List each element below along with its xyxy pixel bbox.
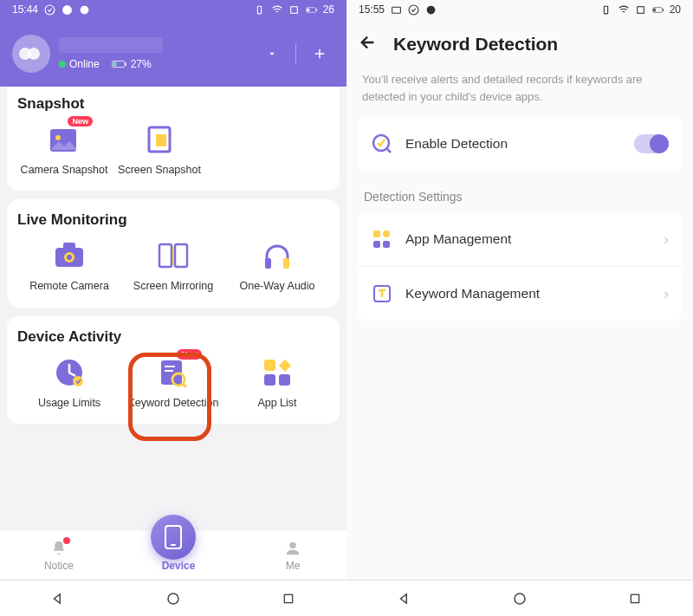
add-button[interactable] bbox=[305, 39, 334, 68]
svg-rect-31 bbox=[264, 374, 275, 386]
keyword-detection-item[interactable]: New Keyword Detection bbox=[121, 354, 225, 410]
svg-rect-45 bbox=[653, 8, 655, 11]
keyword-management-icon bbox=[371, 282, 393, 305]
recent-button[interactable] bbox=[262, 586, 314, 612]
app-list-item[interactable]: App List bbox=[225, 354, 329, 410]
vibrate-icon bbox=[254, 3, 266, 16]
screen-mirroring-icon bbox=[155, 237, 191, 274]
enable-detection-row[interactable]: Enable Detection bbox=[357, 117, 683, 171]
svg-rect-20 bbox=[175, 244, 187, 267]
screen-snapshot-icon bbox=[141, 121, 178, 158]
status-battery-pct: 26 bbox=[323, 3, 334, 16]
enable-toggle[interactable] bbox=[634, 134, 669, 153]
status-bar: 15:55 20 bbox=[346, 0, 693, 19]
chevron-right-icon: › bbox=[664, 285, 669, 303]
svg-rect-34 bbox=[171, 544, 176, 546]
status-bar: 15:44 26 bbox=[0, 0, 346, 19]
snapshot-card: Snapshot New Camera Snapshot Screen Snap… bbox=[7, 87, 340, 191]
svg-point-39 bbox=[409, 5, 418, 15]
device-battery: 27% bbox=[112, 58, 152, 70]
home-button[interactable] bbox=[147, 586, 199, 612]
back-button[interactable] bbox=[359, 33, 378, 55]
dropdown-button[interactable] bbox=[257, 39, 287, 68]
chevron-right-icon: › bbox=[664, 230, 669, 249]
page-title: Keyword Detection bbox=[393, 34, 558, 55]
settings-card: App Management › Keyword Management › bbox=[357, 212, 683, 321]
android-navbar bbox=[346, 580, 693, 616]
live-monitoring-card: Live Monitoring Remote Camera Screen Mir… bbox=[7, 199, 340, 307]
svg-rect-4 bbox=[291, 6, 298, 13]
detection-icon bbox=[371, 133, 393, 155]
battery-icon bbox=[652, 3, 664, 16]
keyword-management-row[interactable]: Keyword Management › bbox=[357, 266, 683, 321]
checkmark-icon bbox=[407, 3, 419, 16]
snapshot-title: Snapshot bbox=[17, 95, 329, 113]
svg-rect-37 bbox=[285, 594, 293, 602]
status-time: 15:44 bbox=[12, 3, 38, 16]
checkmark-icon bbox=[43, 3, 55, 16]
svg-point-35 bbox=[289, 541, 295, 548]
recent-button[interactable] bbox=[609, 586, 661, 612]
back-button[interactable] bbox=[32, 586, 84, 612]
svg-rect-30 bbox=[264, 360, 275, 371]
back-button[interactable] bbox=[379, 586, 431, 612]
avatar[interactable] bbox=[12, 35, 50, 73]
battery-icon bbox=[306, 3, 318, 16]
svg-rect-16 bbox=[63, 243, 75, 250]
status-battery-pct: 20 bbox=[670, 3, 681, 16]
svg-point-1 bbox=[62, 5, 72, 15]
svg-rect-41 bbox=[604, 6, 607, 14]
remote-camera-item[interactable]: Remote Camera bbox=[17, 237, 121, 293]
usage-limits-item[interactable]: Usage Limits bbox=[17, 354, 121, 410]
profile-name-placeholder bbox=[59, 37, 163, 53]
svg-rect-50 bbox=[383, 241, 390, 248]
svg-point-12 bbox=[55, 135, 61, 140]
vibrate-icon bbox=[600, 3, 612, 16]
svg-rect-9 bbox=[125, 62, 126, 66]
svg-point-48 bbox=[383, 230, 390, 237]
svg-point-52 bbox=[515, 593, 525, 604]
tab-me[interactable]: Me bbox=[283, 539, 302, 572]
svg-point-0 bbox=[45, 5, 55, 15]
bottom-tabs: Notice Device Me bbox=[0, 529, 346, 580]
wifi-icon bbox=[618, 3, 630, 16]
wifi-icon bbox=[271, 3, 283, 16]
svg-rect-14 bbox=[156, 134, 166, 146]
new-badge: New bbox=[177, 349, 202, 360]
svg-rect-7 bbox=[307, 8, 309, 11]
page-description: You'll receive alerts and detailed recor… bbox=[346, 64, 693, 117]
svg-rect-38 bbox=[392, 7, 400, 13]
svg-rect-44 bbox=[663, 9, 664, 11]
camera-snapshot-item[interactable]: New Camera Snapshot bbox=[17, 121, 111, 177]
svg-rect-27 bbox=[165, 366, 175, 367]
globe-icon bbox=[424, 3, 437, 16]
svg-rect-3 bbox=[257, 6, 261, 14]
app-management-row[interactable]: App Management › bbox=[357, 212, 683, 266]
rect-icon bbox=[635, 3, 647, 16]
usage-limits-icon bbox=[51, 354, 87, 391]
back-arrow-icon bbox=[359, 33, 378, 52]
status-time: 15:55 bbox=[359, 3, 385, 16]
svg-point-40 bbox=[426, 5, 435, 14]
one-way-audio-item[interactable]: One-Way Audio bbox=[225, 237, 329, 293]
enable-card: Enable Detection bbox=[357, 117, 683, 171]
svg-point-25 bbox=[73, 376, 83, 386]
remote-camera-icon bbox=[51, 237, 87, 274]
svg-rect-42 bbox=[638, 6, 644, 13]
folder-icon bbox=[390, 3, 402, 16]
svg-rect-28 bbox=[165, 370, 173, 372]
svg-rect-49 bbox=[373, 241, 380, 248]
svg-rect-21 bbox=[172, 246, 174, 265]
screen-snapshot-item[interactable]: Screen Snapshot bbox=[111, 121, 208, 177]
globe-icon bbox=[78, 3, 90, 16]
tab-notice[interactable]: Notice bbox=[44, 539, 74, 572]
app-list-icon bbox=[259, 354, 295, 391]
phone-icon bbox=[164, 525, 183, 549]
svg-point-18 bbox=[67, 255, 72, 260]
screen-mirroring-item[interactable]: Screen Mirroring bbox=[121, 237, 225, 293]
tab-device-fab[interactable] bbox=[151, 515, 196, 560]
rect-icon bbox=[288, 3, 301, 16]
svg-point-36 bbox=[168, 593, 178, 604]
home-button[interactable] bbox=[494, 586, 546, 612]
online-status: Online bbox=[59, 58, 100, 70]
